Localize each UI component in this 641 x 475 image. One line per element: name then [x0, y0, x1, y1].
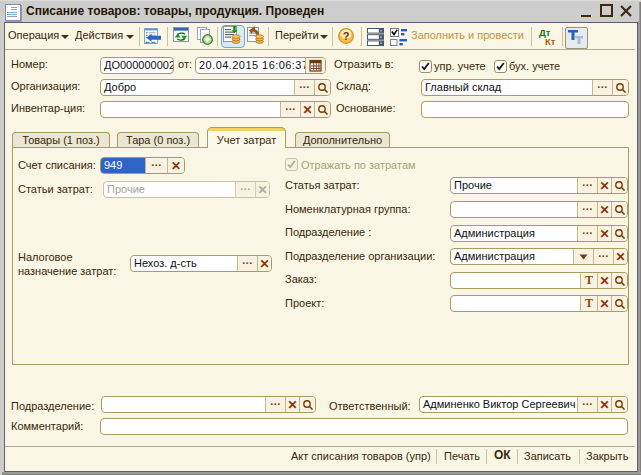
svg-text:Кт: Кт [545, 36, 556, 47]
svg-text:?: ? [343, 30, 350, 42]
